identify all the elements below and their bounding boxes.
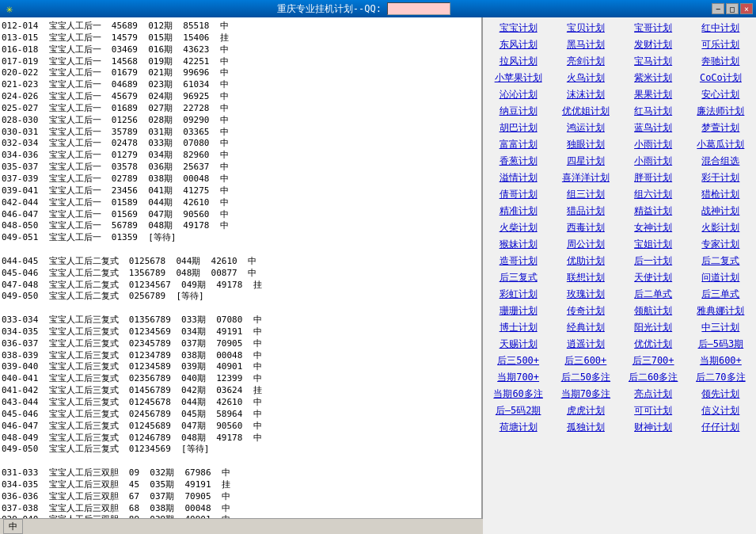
right-link-item[interactable]: 领先计划 (689, 387, 753, 402)
right-link-item[interactable]: 拉风计划 (486, 54, 550, 69)
right-link-item[interactable]: 后二复式 (689, 254, 753, 269)
right-link-item[interactable]: 后三600+ (553, 353, 617, 368)
right-link-item[interactable]: 后二50多注 (553, 370, 617, 385)
right-link-item[interactable]: 猎品计划 (553, 204, 617, 219)
right-link-item[interactable]: 红马计划 (621, 104, 686, 119)
right-link-item[interactable]: 香葱计划 (486, 154, 550, 169)
right-link-item[interactable]: 后三700+ (621, 353, 686, 368)
right-link-item[interactable]: 火柴计划 (486, 220, 550, 235)
right-link-item[interactable]: 后二70多注 (689, 370, 753, 385)
right-link-item[interactable]: 宝哥计划 (621, 21, 686, 36)
right-link-item[interactable]: 信义计划 (689, 403, 753, 418)
right-link-item[interactable]: 安心计划 (689, 87, 753, 102)
left-content-area[interactable]: 012-014 宝宝人工后一 45689 012期 85518 中 013-01… (0, 17, 481, 534)
right-link-item[interactable]: 后三复式 (486, 270, 550, 285)
right-link-item[interactable]: 后—5码2期 (486, 403, 550, 418)
maximize-button[interactable]: □ (726, 3, 739, 14)
right-link-item[interactable]: CoCo计划 (689, 71, 753, 86)
right-link-item[interactable]: 造哥计划 (486, 254, 550, 269)
right-link-item[interactable]: 博士计划 (486, 320, 550, 335)
close-button[interactable]: × (740, 3, 753, 14)
right-link-item[interactable]: 后三单式 (689, 287, 753, 302)
right-link-item[interactable]: 后三500+ (486, 353, 550, 368)
right-link-item[interactable]: 阳光计划 (621, 320, 686, 335)
right-link-item[interactable]: 问道计划 (689, 270, 753, 285)
right-link-item[interactable]: 周公计划 (553, 237, 617, 252)
right-link-item[interactable]: 小葛瓜计划 (689, 137, 753, 152)
right-link-item[interactable]: 富富计划 (486, 137, 550, 152)
right-link-item[interactable]: 天使计划 (621, 270, 686, 285)
right-link-item[interactable]: 鸿运计划 (553, 120, 617, 135)
right-link-item[interactable]: 精准计划 (486, 204, 550, 219)
right-link-item[interactable]: 战神计划 (689, 204, 753, 219)
right-link-item[interactable]: 虎虎计划 (553, 403, 617, 418)
right-link-item[interactable]: 小雨计划 (621, 137, 686, 152)
right-link-item[interactable]: 宝宝计划 (486, 21, 550, 36)
right-link-item[interactable]: 纳豆计划 (486, 104, 550, 119)
right-link-item[interactable]: 仔仔计划 (689, 420, 753, 435)
right-link-item[interactable]: 后二单式 (621, 287, 686, 302)
right-link-item[interactable]: 廉法师计划 (689, 104, 753, 119)
right-link-item[interactable]: 梦萱计划 (689, 120, 753, 135)
right-link-item[interactable]: 沫沫计划 (553, 87, 617, 102)
right-link-item[interactable]: 联想计划 (553, 270, 617, 285)
right-link-item[interactable]: 胡巴计划 (486, 120, 550, 135)
right-link-item[interactable]: 后—5码3期 (689, 337, 753, 352)
right-link-item[interactable]: 可可计划 (621, 403, 686, 418)
right-link-item[interactable]: 彩干计划 (689, 170, 753, 185)
right-link-item[interactable]: 优优姐计划 (553, 104, 617, 119)
right-link-item[interactable]: 发财计划 (621, 37, 686, 52)
right-link-item[interactable]: 紫米计划 (621, 71, 686, 86)
right-link-item[interactable]: 黑马计划 (553, 37, 617, 52)
right-link-item[interactable]: 经典计划 (553, 320, 617, 335)
right-link-item[interactable]: 领航计划 (621, 303, 686, 318)
right-link-item[interactable]: 混合组选 (689, 154, 753, 169)
right-link-item[interactable]: 彩虹计划 (486, 287, 550, 302)
right-link-item[interactable]: 财神计划 (621, 420, 686, 435)
right-link-item[interactable]: 果果计划 (621, 87, 686, 102)
right-link-item[interactable]: 精益计划 (621, 204, 686, 219)
right-link-item[interactable]: 传奇计划 (553, 303, 617, 318)
minimize-button[interactable]: − (712, 3, 724, 14)
right-link-item[interactable]: 奔驰计划 (689, 54, 753, 69)
right-link-item[interactable]: 当期600+ (689, 353, 753, 368)
right-link-item[interactable]: 中三计划 (689, 320, 753, 335)
right-link-item[interactable]: 亮剑计划 (553, 54, 617, 69)
right-link-item[interactable]: 宝贝计划 (553, 21, 617, 36)
right-link-item[interactable]: 猴妹计划 (486, 237, 550, 252)
right-link-item[interactable]: 后一计划 (621, 254, 686, 269)
right-link-item[interactable]: 玫瑰计划 (553, 287, 617, 302)
right-link-item[interactable]: 红中计划 (689, 21, 753, 36)
right-link-item[interactable]: 当期70多注 (553, 387, 617, 402)
right-link-item[interactable]: 火影计划 (689, 220, 753, 235)
right-link-item[interactable]: 猎枪计划 (689, 187, 753, 202)
right-link-item[interactable]: 组三计划 (553, 187, 617, 202)
status-button[interactable]: 中 (3, 519, 23, 534)
right-link-item[interactable]: 女神计划 (621, 220, 686, 235)
right-link-item[interactable]: 独眼计划 (553, 137, 617, 152)
qq-input[interactable] (387, 2, 450, 15)
right-link-item[interactable]: 胖哥计划 (621, 170, 686, 185)
right-link-item[interactable]: 可乐计划 (689, 37, 753, 52)
right-link-item[interactable]: 专家计划 (689, 237, 753, 252)
right-link-item[interactable]: 溢情计划 (486, 170, 550, 185)
right-link-item[interactable]: 小雨计划 (621, 154, 686, 169)
right-link-item[interactable]: 西毒计划 (553, 220, 617, 235)
right-link-item[interactable]: 沁沁计划 (486, 87, 550, 102)
right-link-item[interactable]: 宝马计划 (621, 54, 686, 69)
right-link-item[interactable]: 蓝鸟计划 (621, 120, 686, 135)
right-link-item[interactable]: 后二60多注 (621, 370, 686, 385)
right-link-item[interactable]: 天赐计划 (486, 337, 550, 352)
right-link-item[interactable]: 逍遥计划 (553, 337, 617, 352)
right-link-item[interactable]: 当期700+ (486, 370, 550, 385)
right-link-item[interactable]: 亮点计划 (621, 387, 686, 402)
right-link-item[interactable]: 火鸟计划 (553, 71, 617, 86)
right-link-item[interactable]: 荷塘计划 (486, 420, 550, 435)
right-link-item[interactable]: 优优计划 (621, 337, 686, 352)
right-link-item[interactable]: 珊珊计划 (486, 303, 550, 318)
right-link-item[interactable]: 宝姐计划 (621, 237, 686, 252)
right-link-item[interactable]: 喜洋洋计划 (553, 170, 617, 185)
right-link-item[interactable]: 小苹果计划 (486, 71, 550, 86)
right-link-item[interactable]: 孤独计划 (553, 420, 617, 435)
right-link-item[interactable]: 倩哥计划 (486, 187, 550, 202)
